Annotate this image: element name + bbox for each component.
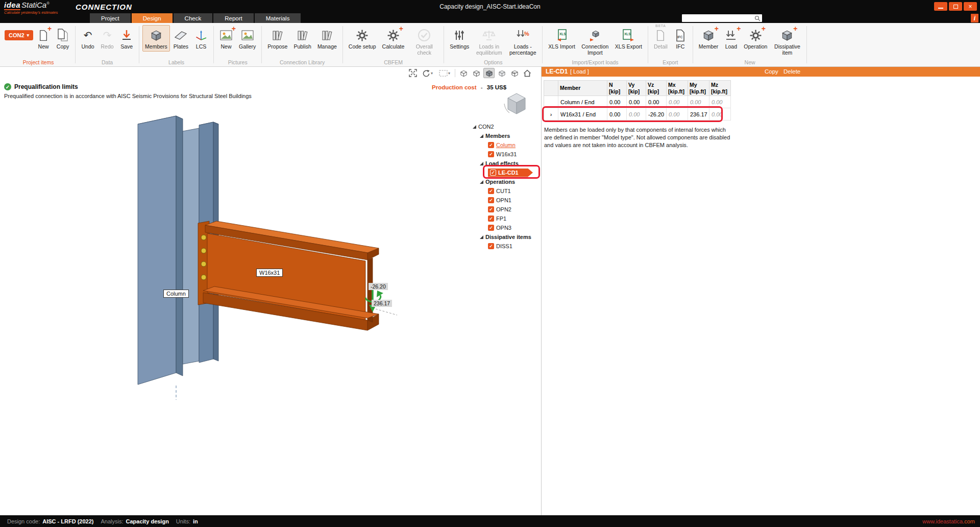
table-cell[interactable]: 0.00 [627,96,646,108]
maximize-button[interactable] [949,2,962,11]
tree-item-w16x31[interactable]: ✓ W16x31 [488,150,541,159]
navigation-cube[interactable] [500,88,533,119]
wireframe-cube-icon [460,69,468,77]
window-select-button[interactable]: ▾ [437,68,452,78]
settings-button[interactable]: Settings [447,25,472,52]
calculate-button[interactable]: + Calculate [380,25,407,52]
checkbox-checked-icon[interactable]: ✓ [488,215,494,222]
new-picture-button[interactable]: + New [217,25,235,52]
tab-report[interactable]: Report [213,13,254,23]
delete-load-button[interactable]: Delete [783,68,800,75]
checkbox-checked-icon[interactable]: ✓ [488,151,494,157]
tab-materials[interactable]: Materials [255,13,301,23]
tree-item-opn2[interactable]: ✓ OPN2 [488,205,541,214]
rotate-view-button[interactable]: ▾ [420,68,435,78]
gallery-button[interactable]: Gallery [236,25,258,52]
copy-project-item-button[interactable]: Copy [54,25,72,52]
tree-label: Load effects [485,160,519,166]
minimize-button[interactable] [934,2,947,11]
tree-group-load-effects[interactable]: Load effects [480,159,541,168]
checkbox-checked-icon[interactable]: ✓ [488,188,494,194]
redo-button[interactable]: ↷ Redo [98,25,116,52]
propose-button[interactable]: Propose [265,25,290,52]
table-cell[interactable]: 0.00 [646,96,667,108]
tree-group-dissipative-items[interactable]: Dissipative items [480,232,541,242]
labels-members-button[interactable]: Members [142,25,170,52]
expander-icon[interactable] [480,162,483,165]
tree-group-operations[interactable]: Operations [480,177,541,186]
loads-in-equilibrium-button[interactable]: Loads in equilibrium [473,25,505,57]
tree-label: Operations [485,179,515,185]
analysis-value[interactable]: Capacity design [126,518,169,524]
search-input[interactable] [682,16,762,23]
tree-item-opn1[interactable]: ✓ OPN1 [488,196,541,205]
close-button[interactable]: × [964,2,977,11]
save-button[interactable]: Save [117,25,136,52]
labels-plates-button[interactable]: Plates [171,25,191,52]
units-value[interactable]: in [193,518,198,524]
design-code-value[interactable]: AISC - LRFD (2022) [42,518,93,524]
tree-group-members[interactable]: Members [480,131,541,140]
selected-load-banner[interactable]: ✓ LE-CD1 [488,169,533,177]
checkbox-checked-icon[interactable]: ✓ [488,197,494,203]
undo-button[interactable]: ↶ Undo [79,25,97,52]
table-cell[interactable]: 0.00 [607,108,627,121]
checkbox-checked-icon[interactable]: ✓ [488,142,494,148]
info-button[interactable]: i [971,14,978,22]
ifc-export-button[interactable]: IFC IFC [671,25,690,52]
website-link[interactable]: www.ideastatica.com [922,518,975,524]
view-hidden-lines-button[interactable] [471,68,482,78]
expander-icon[interactable] [473,125,476,129]
tree-item-diss1[interactable]: ✓ DISS1 [488,242,541,251]
table-cell-member[interactable]: Column / End [558,96,607,108]
view-wireframe-button[interactable] [458,68,469,78]
column-label[interactable]: Column [163,290,189,298]
view-mesh-button[interactable] [509,68,520,78]
table-cell[interactable]: 0.00 [607,96,627,108]
loads-percentage-button[interactable]: % Loads - percentage [506,25,539,57]
code-setup-button[interactable]: Code setup [346,25,379,52]
home-view-button[interactable] [522,68,533,78]
tree-item-opn3[interactable]: ✓ OPN3 [488,223,541,232]
connection-import-button[interactable]: Connection Import [579,25,611,57]
new-member-button[interactable]: + Member [696,25,721,52]
tree-root-con2[interactable]: CON2 [473,122,541,131]
new-project-item-button[interactable]: + New [34,25,53,52]
expander-icon[interactable] [480,180,483,184]
row-expander-cell[interactable]: › [544,108,558,121]
tab-project[interactable]: Project [90,13,131,23]
close-icon: × [968,4,972,10]
xls-export-button[interactable]: XLS XLS Export [612,25,645,52]
tree-item-fp1[interactable]: ✓ FP1 [488,214,541,223]
new-dissipative-item-button[interactable]: + Dissipative item [771,25,803,57]
checkbox-checked-icon[interactable]: ✓ [488,225,494,231]
overall-check-button[interactable]: Overall check [408,25,440,57]
view-transparent-button[interactable] [496,68,507,78]
tab-design[interactable]: Design [132,13,173,23]
table-cell[interactable]: 236.17 [688,108,709,121]
view-solid-button[interactable] [483,68,495,78]
copy-load-button[interactable]: Copy [765,68,778,75]
expander-icon[interactable] [480,134,483,138]
tree-item-le-cd1[interactable]: ✓ LE-CD1 [488,168,541,177]
labels-lcs-button[interactable]: LCS [192,25,210,52]
new-load-button[interactable]: + Load [722,25,740,52]
load-effect-panel-header: LE-CD1 [ Load ] Copy Delete [542,67,980,77]
beam-label[interactable]: W16x31 [256,269,283,277]
tree-item-column[interactable]: ✓ Column [488,140,541,150]
detail-export-button[interactable]: BETA Detail [651,25,670,52]
expander-icon[interactable] [480,235,483,239]
table-cell[interactable]: -26.20 [646,108,667,121]
tree-item-cut1[interactable]: ✓ CUT1 [488,186,541,196]
xls-import-button[interactable]: XLS XLS Import [546,25,578,52]
new-operation-button[interactable]: + Operation [741,25,770,52]
checkbox-checked-icon[interactable]: ✓ [488,206,494,212]
connection-selector[interactable]: CON2 ▾ [5,30,33,40]
publish-button[interactable]: Publish [291,25,313,52]
zoom-fit-button[interactable] [407,68,419,78]
tab-check[interactable]: Check [174,13,213,23]
row-expander-cell[interactable] [544,96,558,108]
manage-button[interactable]: Manage [315,25,339,52]
table-cell-member[interactable]: W16x31 / End [558,108,607,121]
checkbox-checked-icon[interactable]: ✓ [488,243,494,249]
